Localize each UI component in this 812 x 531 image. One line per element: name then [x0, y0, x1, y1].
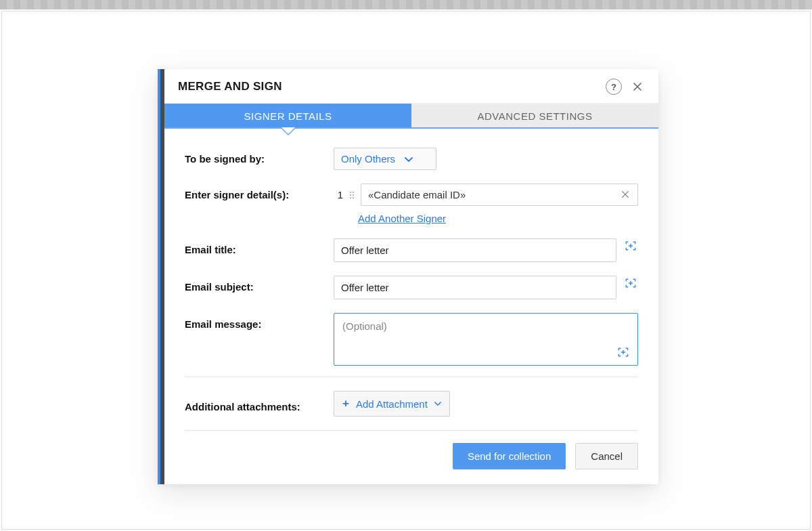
- page-frame: MERGE AND SIGN ? SIGNER DETAILS ADVANCED…: [1, 11, 811, 530]
- signed-by-label: To be signed by:: [185, 148, 334, 165]
- plus-icon: +: [342, 397, 349, 410]
- signer-email-field[interactable]: [367, 188, 618, 201]
- close-icon[interactable]: [630, 79, 645, 94]
- decorative-pattern-strip: [0, 0, 812, 9]
- chevron-down-icon: [434, 399, 441, 408]
- dialog-footer: Send for collection Cancel: [185, 430, 638, 484]
- signer-details-label: Enter signer detail(s):: [185, 184, 334, 200]
- insert-merge-field-icon[interactable]: [616, 345, 631, 360]
- merge-and-sign-dialog: MERGE AND SIGN ? SIGNER DETAILS ADVANCED…: [158, 69, 658, 484]
- clear-signer-icon[interactable]: [618, 189, 632, 201]
- help-icon[interactable]: ?: [606, 79, 622, 95]
- tab-signer-details[interactable]: SIGNER DETAILS: [164, 104, 411, 127]
- send-for-collection-button[interactable]: Send for collection: [453, 443, 566, 469]
- add-another-signer-link[interactable]: Add Another Signer: [358, 213, 446, 224]
- add-attachment-label: Add Attachment: [356, 398, 428, 410]
- tab-bar: SIGNER DETAILS ADVANCED SETTINGS: [164, 104, 658, 129]
- email-message-field-wrap: [334, 313, 638, 366]
- form-area: To be signed by: Only Others: [164, 129, 658, 374]
- email-message-field[interactable]: [341, 319, 631, 345]
- insert-merge-field-icon[interactable]: [623, 276, 638, 291]
- email-message-label: Email message:: [185, 313, 334, 330]
- dialog-header: MERGE AND SIGN ?: [164, 69, 658, 104]
- signed-by-select[interactable]: Only Others: [334, 148, 436, 170]
- insert-merge-field-icon[interactable]: [623, 238, 638, 253]
- cancel-button[interactable]: Cancel: [575, 443, 638, 469]
- email-subject-label: Email subject:: [185, 276, 334, 293]
- email-title-label: Email title:: [185, 238, 334, 255]
- add-attachment-button[interactable]: + Add Attachment: [334, 391, 450, 417]
- email-title-field[interactable]: [334, 238, 616, 262]
- dialog-title: MERGE AND SIGN: [178, 80, 282, 93]
- email-subject-field[interactable]: [334, 276, 616, 299]
- drag-handle-icon[interactable]: [348, 192, 355, 198]
- signer-index: 1: [334, 189, 343, 200]
- signer-email-field-wrap: [361, 184, 638, 206]
- signed-by-value: Only Others: [341, 153, 395, 165]
- chevron-down-icon: [405, 153, 413, 165]
- attachments-label: Additional attachments:: [185, 396, 334, 412]
- tab-advanced-settings[interactable]: ADVANCED SETTINGS: [411, 104, 658, 127]
